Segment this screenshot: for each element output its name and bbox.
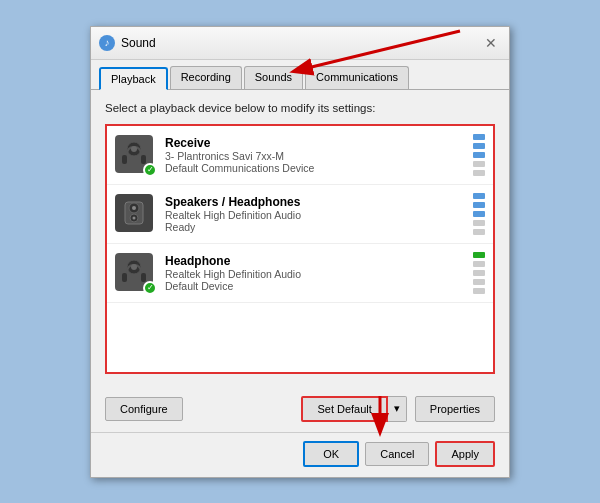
level-bar (473, 261, 485, 267)
level-bar (473, 134, 485, 140)
level-bar (473, 288, 485, 294)
svg-rect-1 (122, 155, 127, 164)
svg-point-12 (131, 264, 137, 270)
svg-point-6 (132, 206, 136, 210)
device-info-headphone: Headphone Realtek High Definition Audio … (165, 254, 463, 292)
tab-bar: Playback Recording Sounds Communications (91, 60, 509, 90)
device-info-receive: Receive 3- Plantronics Savi 7xx-M Defaul… (165, 136, 463, 174)
device-sub2-speakers: Ready (165, 221, 463, 233)
device-info-speakers: Speakers / Headphones Realtek High Defin… (165, 195, 463, 233)
svg-point-3 (131, 146, 137, 152)
device-item-headphone[interactable]: ✓ Headphone Realtek High Definition Audi… (107, 244, 493, 303)
device-item-speakers[interactable]: Speakers / Headphones Realtek High Defin… (107, 185, 493, 244)
device-sub1-receive: 3- Plantronics Savi 7xx-M (165, 150, 463, 162)
set-default-dropdown[interactable]: ▾ (388, 396, 407, 422)
default-device-badge: ✓ (143, 281, 157, 295)
level-bar (473, 202, 485, 208)
cancel-button[interactable]: Cancel (365, 442, 429, 466)
device-name-receive: Receive (165, 136, 463, 150)
window-title: Sound (121, 36, 156, 50)
device-list: ✓ Receive 3- Plantronics Savi 7xx-M Defa… (105, 124, 495, 374)
device-sub1-speakers: Realtek High Definition Audio (165, 209, 463, 221)
content-area: Select a playback device below to modify… (91, 90, 509, 396)
svg-rect-2 (141, 155, 146, 164)
tab-recording[interactable]: Recording (170, 66, 242, 89)
device-level-speakers (473, 193, 485, 235)
device-name-speakers: Speakers / Headphones (165, 195, 463, 209)
device-level-headphone (473, 252, 485, 294)
default-comm-badge: ✓ (143, 163, 157, 177)
svg-rect-11 (141, 273, 146, 282)
device-icon-headphone: ✓ (115, 253, 155, 293)
tab-sounds[interactable]: Sounds (244, 66, 303, 89)
level-bar (473, 279, 485, 285)
level-bar (473, 170, 485, 176)
device-level-receive (473, 134, 485, 176)
set-default-button[interactable]: Set Default (301, 396, 387, 422)
set-default-group: Set Default ▾ (301, 396, 406, 422)
level-bar (473, 143, 485, 149)
device-sub1-headphone: Realtek High Definition Audio (165, 268, 463, 280)
bottom-button-bar: Configure Set Default ▾ Properties (91, 396, 509, 432)
device-item-receive[interactable]: ✓ Receive 3- Plantronics Savi 7xx-M Defa… (107, 126, 493, 185)
level-bar (473, 252, 485, 258)
speaker-icon (115, 194, 153, 232)
title-bar: ♪ Sound ✕ (91, 27, 509, 60)
right-buttons: Set Default ▾ Properties (301, 396, 495, 422)
device-name-headphone: Headphone (165, 254, 463, 268)
device-icon-receive: ✓ (115, 135, 155, 175)
device-sub2-receive: Default Communications Device (165, 162, 463, 174)
window-icon: ♪ (99, 35, 115, 51)
properties-button[interactable]: Properties (415, 396, 495, 422)
title-bar-left: ♪ Sound (99, 35, 156, 51)
configure-button[interactable]: Configure (105, 397, 183, 421)
apply-button[interactable]: Apply (435, 441, 495, 467)
device-icon-speakers (115, 194, 155, 234)
close-button[interactable]: ✕ (481, 33, 501, 53)
svg-rect-10 (122, 273, 127, 282)
svg-point-8 (133, 216, 136, 219)
tab-playback[interactable]: Playback (99, 67, 168, 90)
level-bar (473, 211, 485, 217)
instruction-text: Select a playback device below to modify… (105, 102, 495, 114)
tab-communications[interactable]: Communications (305, 66, 409, 89)
ok-button[interactable]: OK (303, 441, 359, 467)
level-bar (473, 220, 485, 226)
sound-dialog: ♪ Sound ✕ Playback Recording Sounds Comm… (90, 26, 510, 478)
level-bar (473, 152, 485, 158)
footer-bar: OK Cancel Apply (91, 432, 509, 477)
device-sub2-headphone: Default Device (165, 280, 463, 292)
level-bar (473, 270, 485, 276)
level-bar (473, 193, 485, 199)
level-bar (473, 229, 485, 235)
level-bar (473, 161, 485, 167)
